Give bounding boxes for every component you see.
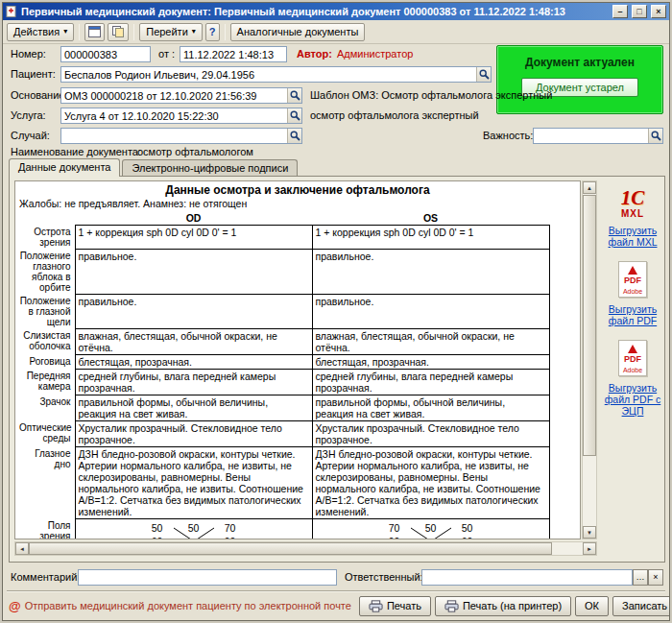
responsible-field — [421, 569, 633, 586]
maximize-button[interactable]: □ — [632, 5, 647, 18]
open-form-button[interactable] — [84, 23, 105, 41]
service-lookup-button[interactable] — [287, 108, 301, 123]
row-label: Острота зрения — [19, 225, 75, 249]
case-input[interactable] — [61, 129, 287, 143]
table-row: Зрачокправильной формы, обычной величины… — [19, 395, 549, 420]
od-cell: правильной формы, обычной величины, реак… — [75, 395, 312, 420]
exam-table: OD OS Острота зрения1 + коррекция sph 0D… — [19, 211, 550, 539]
doc-name-label: Наименование документа: — [11, 146, 141, 158]
patient-lookup-button[interactable] — [476, 67, 491, 82]
responsible-clear-button[interactable]: × — [648, 569, 663, 586]
ok-button[interactable]: ОК — [575, 596, 609, 616]
service-input[interactable] — [61, 108, 287, 123]
export-panel: 1С MXL Выгрузить файл MXL PDF Adobe Выгр… — [603, 188, 662, 417]
pdf-label: PDF — [619, 276, 646, 285]
importance-label: Важность: — [483, 130, 533, 142]
tab-content: Данные осмотра и заключение офтальмолога… — [9, 176, 665, 563]
horizontal-scrollbar-thumb[interactable] — [29, 542, 552, 555]
mxl-file-icon[interactable]: 1С MXL — [612, 188, 654, 219]
actions-label: Действия — [13, 26, 60, 37]
pdf-file-icon[interactable]: PDF Adobe — [618, 261, 647, 298]
print-to-printer-button[interactable]: Печать (на принтер) — [435, 596, 571, 616]
document-header-form: Номер: от : Автор: Администратор Докумен… — [3, 44, 669, 160]
export-pdf-link[interactable]: Выгрузить файл PDF — [603, 303, 662, 326]
empty-header-cell — [19, 211, 75, 225]
scroll-down-button[interactable]: ▼ — [583, 526, 596, 539]
printer-icon — [444, 600, 459, 612]
print-to-printer-label: Печать (на принтер) — [463, 600, 562, 611]
pdf-signed-file-icon[interactable]: PDF Adobe — [618, 340, 647, 376]
vf-value: 70 — [212, 521, 249, 535]
row-label: Передняя камера — [19, 369, 75, 395]
patient-input[interactable] — [61, 67, 476, 82]
vertical-scrollbar[interactable]: ▲ ▼ — [582, 180, 597, 539]
table-row: Передняя камерасредней глубины, влага пе… — [19, 369, 549, 395]
od-cell: блестящая, прозрачная. — [75, 354, 312, 369]
author-value: Администратор — [337, 48, 413, 60]
row-label: Глазное дно — [19, 446, 75, 518]
minimize-button[interactable]: – — [612, 5, 628, 18]
window-title: Первичный медицинский документ: Первичны… — [21, 6, 609, 17]
responsible-input[interactable] — [422, 570, 632, 585]
importance-field — [533, 128, 663, 144]
similar-documents-button[interactable]: Аналогичные документы — [230, 23, 366, 41]
print-button[interactable]: Печать — [359, 596, 431, 616]
responsible-select-button[interactable]: … — [633, 569, 648, 586]
dropdown-arrow-icon: ▾ — [63, 28, 67, 36]
scroll-right-button[interactable]: ► — [583, 542, 596, 555]
save-button[interactable]: Записать — [612, 596, 670, 616]
toolbar-separator — [79, 24, 80, 40]
case-field — [60, 128, 302, 144]
printer-icon — [369, 600, 383, 612]
table-row: Положение в глазной щелиправильное.прави… — [19, 294, 549, 328]
horizontal-scrollbar[interactable]: ◄ ► — [14, 541, 597, 556]
actions-menu-button[interactable]: Действия ▾ — [7, 23, 74, 41]
basis-input[interactable] — [61, 88, 287, 103]
goto-menu-button[interactable]: Перейти ▾ — [139, 23, 203, 41]
visual-field-cross-icon — [408, 527, 454, 540]
column-od-header: OD — [75, 211, 312, 225]
row-label: Оптические среды — [19, 420, 75, 446]
anamnesis-line: Жалобы: не предъявляет. Анамнез: не отяг… — [19, 198, 576, 210]
date-input[interactable] — [180, 47, 286, 61]
os-cell: блестящая, прозрачная. — [312, 354, 549, 369]
document-status-panel: Документ актуален Документ устарел — [496, 45, 663, 114]
case-lookup-button[interactable] — [287, 129, 301, 143]
os-cell: влажная, блестящая, обычной окраски, не … — [312, 328, 549, 354]
tab-document-data[interactable]: Данные документа — [9, 158, 120, 177]
dropdown-arrow-icon: ▾ — [192, 28, 196, 36]
help-button[interactable]: ? — [205, 23, 220, 41]
number-input[interactable] — [61, 47, 150, 61]
form-icon — [88, 26, 101, 37]
document-status-title: Документ актуален — [497, 56, 662, 69]
table-row: Положение глазного яблока в орбитеправил… — [19, 249, 549, 294]
comment-input[interactable] — [79, 570, 336, 585]
vf-value: 50 — [449, 521, 486, 535]
table-row: Оптические средыХрусталик прозрачный. Ст… — [19, 420, 549, 446]
send-email-link[interactable]: @ Отправить медицинский документ пациент… — [9, 599, 351, 613]
date-label: от : — [158, 48, 175, 60]
row-label: Поля зрения — [19, 518, 75, 539]
export-mxl-link[interactable]: Выгрузить файл MXL — [603, 225, 662, 248]
toolbar-separator — [133, 24, 134, 40]
tab-digital-signatures[interactable]: Электронно-цифровые подписи — [122, 159, 298, 176]
od-cell: правильное. — [75, 249, 312, 294]
os-visual-field-cell: 705050 9060 906050 — [312, 518, 549, 539]
question-mark-icon: ? — [209, 26, 216, 37]
copy-document-button[interactable] — [108, 23, 129, 41]
scroll-up-button[interactable]: ▲ — [583, 181, 596, 194]
onec-logo: 1С — [612, 188, 654, 208]
adobe-label: Adobe — [619, 288, 646, 295]
basis-lookup-button[interactable] — [287, 88, 301, 103]
service-field — [60, 108, 302, 124]
magnifier-icon — [290, 90, 300, 101]
importance-lookup-button[interactable] — [648, 129, 662, 143]
adobe-label: Adobe — [619, 367, 646, 373]
scroll-left-button[interactable]: ◄ — [15, 542, 29, 555]
close-window-button[interactable]: × — [651, 5, 666, 18]
export-pdf-signed-link[interactable]: Выгрузить файл PDF с ЭЦП — [603, 382, 662, 417]
number-field — [60, 46, 151, 62]
visual-field-grid-od: 505070 6090 506090 — [79, 520, 309, 540]
vertical-scrollbar-thumb[interactable] — [583, 195, 596, 456]
importance-input[interactable] — [534, 129, 648, 143]
